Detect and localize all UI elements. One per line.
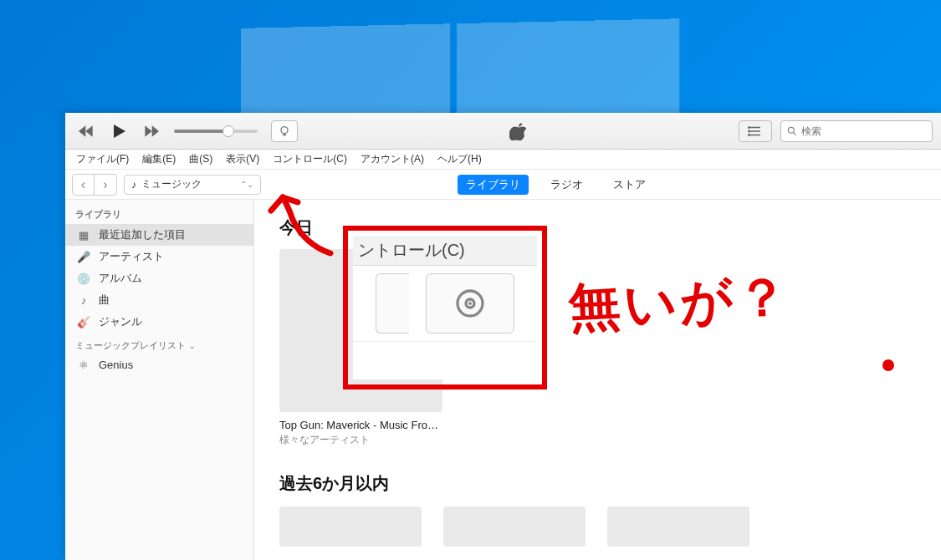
- svg-point-5: [749, 130, 750, 132]
- album-artist: 様々なアーティスト: [279, 433, 442, 447]
- guitar-icon: 🎸: [77, 316, 90, 328]
- sidebar-item-genius[interactable]: ⚛ Genius: [65, 355, 253, 374]
- search-icon: [786, 125, 798, 137]
- annotation-menu-fragment: ントロール(C): [353, 236, 537, 266]
- genius-icon: ⚛: [77, 359, 90, 371]
- volume-slider[interactable]: [174, 130, 258, 133]
- sidebar-item-recent[interactable]: ▦ 最近追加した項目: [65, 224, 253, 246]
- airplay-button[interactable]: [271, 120, 298, 142]
- sidebar-item-albums[interactable]: 💿 アルバム: [65, 267, 253, 289]
- annotation-button-fragment: [376, 273, 409, 333]
- sidebar-library-header: ライブラリ: [65, 205, 253, 224]
- menu-help[interactable]: ヘルプ(H): [432, 150, 488, 168]
- svg-point-7: [788, 127, 794, 133]
- menu-edit[interactable]: 編集(E): [136, 150, 182, 168]
- sidebar-item-genres[interactable]: 🎸 ジャンル: [65, 311, 253, 333]
- annotation-dot: [882, 359, 894, 371]
- svg-point-6: [749, 134, 750, 135]
- album-artwork[interactable]: [607, 507, 749, 547]
- music-note-icon: ♪: [131, 179, 136, 191]
- source-selector[interactable]: ♪ ミュージック ⌃⌄: [124, 175, 261, 195]
- search-input[interactable]: [801, 125, 927, 137]
- sidebar-playlists-header[interactable]: ミュージックプレイリスト ⌄: [65, 333, 253, 355]
- sidebar-item-label: 曲: [99, 293, 110, 308]
- annotation-cd-button: [426, 273, 514, 333]
- apple-logo-icon: [298, 122, 739, 140]
- sidebar-item-label: ジャンル: [99, 314, 142, 329]
- annotation-handwritten-text: 無いが？: [567, 262, 793, 344]
- menu-song[interactable]: 曲(S): [183, 150, 218, 168]
- section-6mo-title: 過去6か月以内: [279, 472, 916, 495]
- sidebar-item-label: 最近追加した項目: [99, 227, 186, 242]
- album-artwork[interactable]: [279, 507, 422, 547]
- sidebar-item-label: アーティスト: [99, 249, 164, 264]
- menu-bar: ファイル(F) 編集(E) 曲(S) 表示(V) コントロール(C) アカウント…: [65, 150, 941, 170]
- search-box[interactable]: [780, 120, 933, 142]
- tab-radio[interactable]: ラジオ: [542, 175, 591, 195]
- microphone-icon: 🎤: [77, 251, 90, 263]
- list-view-button[interactable]: [739, 120, 772, 142]
- tab-store[interactable]: ストア: [605, 175, 654, 195]
- nav-row: ‹ › ♪ ミュージック ⌃⌄ ライブラリ ラジオ ストア: [65, 170, 941, 200]
- album-artwork[interactable]: [443, 507, 586, 547]
- chevron-updown-icon: ⌃⌄: [240, 180, 253, 189]
- nav-forward-button[interactable]: ›: [95, 175, 116, 195]
- next-track-button[interactable]: [137, 120, 164, 143]
- menu-file[interactable]: ファイル(F): [70, 150, 135, 168]
- menu-account[interactable]: アカウント(A): [355, 150, 430, 168]
- annotation-red-box: ントロール(C): [343, 226, 547, 389]
- annotation-arrow-icon: [259, 182, 351, 266]
- play-button[interactable]: [105, 120, 132, 143]
- album-icon: 💿: [77, 272, 90, 285]
- player-bar: [65, 113, 941, 150]
- chevron-down-icon: ⌄: [189, 342, 196, 350]
- menu-view[interactable]: 表示(V): [220, 150, 265, 168]
- grid-icon: ▦: [77, 229, 90, 242]
- sidebar-item-label: アルバム: [99, 271, 142, 286]
- menu-control[interactable]: コントロール(C): [267, 150, 353, 168]
- svg-line-8: [794, 132, 796, 135]
- note-icon: ♪: [77, 294, 90, 307]
- sidebar: ライブラリ ▦ 最近追加した項目 🎤 アーティスト 💿 アルバム ♪ 曲 🎸 ジ…: [65, 200, 254, 560]
- source-label: ミュージック: [141, 177, 202, 191]
- sidebar-item-songs[interactable]: ♪ 曲: [65, 289, 253, 311]
- svg-point-11: [468, 302, 472, 305]
- previous-track-button[interactable]: [74, 120, 100, 143]
- svg-point-0: [281, 126, 288, 133]
- sidebar-item-label: Genius: [99, 359, 133, 371]
- tab-library[interactable]: ライブラリ: [458, 175, 529, 195]
- album-title: Top Gun: Maverick - Music Fro…: [279, 419, 442, 431]
- sidebar-item-artists[interactable]: 🎤 アーティスト: [65, 246, 253, 267]
- svg-point-4: [749, 126, 750, 128]
- cd-icon: [453, 287, 487, 320]
- nav-back-button[interactable]: ‹: [73, 175, 95, 195]
